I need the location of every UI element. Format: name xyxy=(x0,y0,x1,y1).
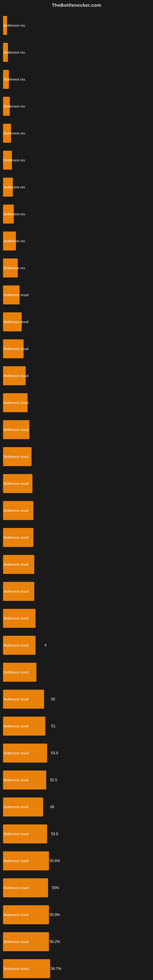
bar-wrap: Bottleneck res xyxy=(3,147,147,173)
bar-wrap: Bottleneck result xyxy=(3,524,147,551)
list-item: Bottleneck result xyxy=(3,309,147,335)
bar-label: Bottleneck result xyxy=(4,320,29,324)
bar-wrap: Bottleneck result 50 xyxy=(3,686,147,713)
bar-wrap: Bottleneck result 53.9 xyxy=(3,740,147,767)
bar: Bottleneck result xyxy=(3,663,37,682)
bar-label: Bottleneck result xyxy=(4,805,29,809)
bar-label: Bottleneck result xyxy=(4,428,29,431)
list-item: Bottleneck result xyxy=(3,497,147,524)
bar-wrap: Bottleneck res xyxy=(3,255,147,282)
bar: Bottleneck res xyxy=(3,232,16,250)
bar-wrap: Bottleneck res xyxy=(3,228,147,255)
bar-label: Bottleneck result xyxy=(4,563,29,566)
list-item: Bottleneck result xyxy=(3,362,147,389)
bar-chart: Bottleneck res Bottleneck res Bottleneck… xyxy=(0,9,153,980)
list-item: Bottleneck result 4 xyxy=(3,632,147,659)
bar: Bottleneck result xyxy=(3,312,22,331)
bar-label: Bottleneck result xyxy=(4,778,29,782)
bar-value: 56.7% xyxy=(51,967,61,971)
list-item: Bottleneck result 56.7% xyxy=(3,955,147,980)
bar-wrap: Bottleneck result xyxy=(3,335,147,362)
list-item: Bottleneck result 51. xyxy=(3,713,147,740)
bar-wrap: Bottleneck result xyxy=(3,389,147,416)
bar-label: Bottleneck result xyxy=(4,670,29,674)
list-item: Bottleneck result xyxy=(3,578,147,605)
bar: Bottleneck result xyxy=(3,501,33,520)
bar: Bottleneck result 4 xyxy=(3,636,35,655)
bar: Bottleneck result xyxy=(3,393,27,412)
list-item: Bottleneck result xyxy=(3,443,147,470)
bar: Bottleneck res xyxy=(3,205,14,224)
list-item: Bottleneck result 55% xyxy=(3,874,147,901)
bar: Bottleneck res xyxy=(3,178,13,197)
bar: Bottleneck result 55% xyxy=(3,878,48,897)
bar: Bottleneck res xyxy=(3,70,9,89)
bar: Bottleneck result xyxy=(3,420,29,439)
bar: Bottleneck result 55.6% xyxy=(3,851,49,870)
bar: Bottleneck result 50 xyxy=(3,690,44,709)
bar-label: Bottleneck result xyxy=(4,940,29,943)
bar-wrap: Bottleneck result xyxy=(3,443,147,470)
bar-label: Bottleneck result xyxy=(4,724,29,728)
list-item: Bottleneck result xyxy=(3,335,147,362)
page-title: TheBottlenecker.com xyxy=(0,0,153,9)
bar-label: Bottleneck result xyxy=(4,886,29,890)
bar-wrap: Bottleneck result 55.6% xyxy=(3,847,147,874)
bar: Bottleneck result xyxy=(3,366,26,385)
list-item: Bottleneck result 53.9 xyxy=(3,740,147,767)
bar-wrap: Bottleneck res xyxy=(3,66,147,93)
bar: Bottleneck result xyxy=(3,447,32,466)
list-item: Bottleneck result 55.9% xyxy=(3,901,147,928)
bar-wrap: Bottleneck result xyxy=(3,416,147,443)
bar-value: 55% xyxy=(52,886,59,890)
list-item: Bottleneck res xyxy=(3,173,147,200)
bar-wrap: Bottleneck res xyxy=(3,12,147,39)
list-item: Bottleneck res xyxy=(3,255,147,282)
list-item: Bottleneck res xyxy=(3,200,147,228)
bar-wrap: Bottleneck result xyxy=(3,497,147,524)
list-item: Bottleneck result 52.5 xyxy=(3,767,147,794)
bar: Bottleneck result xyxy=(3,339,24,358)
bar-value: 53.9 xyxy=(51,751,58,755)
bar: Bottleneck result 56.7% xyxy=(3,959,50,978)
bar-wrap: Bottleneck result 52.5 xyxy=(3,767,147,794)
list-item: Bottleneck res xyxy=(3,12,147,39)
bar: Bottleneck result xyxy=(3,285,19,304)
list-item: Bottleneck result xyxy=(3,524,147,551)
bar-label: Bottleneck res xyxy=(4,239,25,243)
bar-label: Bottleneck result xyxy=(4,859,29,863)
bar-label: Bottleneck res xyxy=(4,51,25,54)
bar: Bottleneck result 52.5 xyxy=(3,770,46,789)
bar-wrap: Bottleneck res xyxy=(3,173,147,200)
bar-value: 49 xyxy=(50,805,54,809)
bar: Bottleneck result 55.9% xyxy=(3,905,49,924)
bar: Bottleneck res xyxy=(3,97,10,116)
list-item: Bottleneck result xyxy=(3,389,147,416)
bar-label: Bottleneck result xyxy=(4,616,29,620)
bar: Bottleneck result 51. xyxy=(3,717,45,736)
bar-wrap: Bottleneck result xyxy=(3,362,147,389)
bar-label: Bottleneck result xyxy=(4,967,29,970)
list-item: Bottleneck res xyxy=(3,120,147,147)
bar-label: Bottleneck result xyxy=(4,347,29,351)
bar: Bottleneck res xyxy=(3,151,12,170)
bar-label: Bottleneck result xyxy=(4,509,29,512)
bar: Bottleneck result xyxy=(3,582,34,601)
bar-value: 53.8 xyxy=(51,832,58,836)
bar-wrap: Bottleneck result 55% xyxy=(3,874,147,901)
list-item: Bottleneck result 56.2% xyxy=(3,928,147,955)
list-item: Bottleneck result xyxy=(3,659,147,686)
bar-value: 52.5 xyxy=(50,778,57,782)
bar-label: Bottleneck res xyxy=(4,185,25,189)
bar-wrap: Bottleneck res xyxy=(3,93,147,120)
bar-wrap: Bottleneck result 56.7% xyxy=(3,955,147,980)
bar-wrap: Bottleneck result xyxy=(3,282,147,309)
bar-wrap: Bottleneck result 56.2% xyxy=(3,928,147,955)
bar-value: 56.2% xyxy=(49,940,60,944)
list-item: Bottleneck result 55.6% xyxy=(3,847,147,874)
bar-value: 55.6% xyxy=(49,859,60,863)
bar: Bottleneck res xyxy=(3,16,7,35)
bar: Bottleneck result 53.9 xyxy=(3,744,47,762)
bar-wrap: Bottleneck result xyxy=(3,309,147,335)
list-item: Bottleneck result xyxy=(3,551,147,578)
